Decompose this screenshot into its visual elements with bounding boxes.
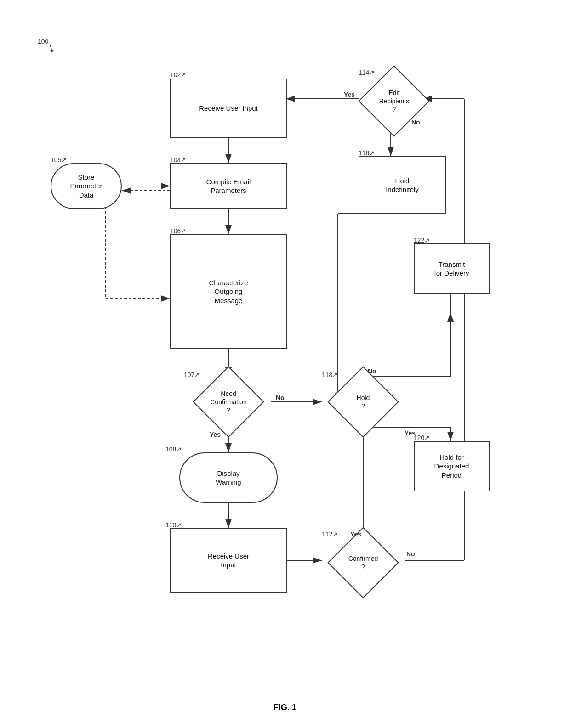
node-118: Hold? xyxy=(322,377,405,427)
node-122: Transmitfor Delivery xyxy=(414,243,490,294)
label-no-118: No xyxy=(368,367,376,375)
ref-118: 118↗ xyxy=(322,371,338,378)
node-105: StoreParameterData xyxy=(51,163,122,209)
ref-120: 120↗ xyxy=(414,434,430,441)
node-116: HoldIndefinitely xyxy=(359,156,446,214)
ref-108: 108↗ xyxy=(165,446,182,453)
node-104: Compile EmailParameters xyxy=(170,163,287,209)
ref-114: 114↗ xyxy=(359,69,375,76)
node-107: NeedConfirmation? xyxy=(193,377,264,427)
label-yes-107: Yes xyxy=(210,431,221,438)
figure-100-label: 100 xyxy=(38,38,48,45)
flowchart-diagram: 104 (dashed horizontal) --> 106 (dashed)… xyxy=(0,0,570,728)
node-102: Receive User Input xyxy=(170,79,287,138)
label-yes-114: Yes xyxy=(344,91,355,98)
fig-caption: FIG. 1 xyxy=(239,703,331,712)
label-yes-112: Yes xyxy=(350,530,361,538)
ref-102: 102↗ xyxy=(170,71,186,79)
ref-105: 105↗ xyxy=(51,156,67,164)
label-no-114: No xyxy=(411,119,420,126)
label-no-112: No xyxy=(406,550,415,558)
node-120: Hold forDesignatedPeriod xyxy=(414,441,490,491)
ref-122: 122↗ xyxy=(414,237,430,244)
ref-106: 106↗ xyxy=(170,227,186,235)
node-108: DisplayWarning xyxy=(179,452,278,503)
ref-112: 112↗ xyxy=(322,530,338,538)
ref-104: 104↗ xyxy=(170,156,186,164)
node-106: CharacterizeOutgoingMessage xyxy=(170,234,287,349)
label-yes-118: Yes xyxy=(405,429,416,437)
node-112: Confirmed? xyxy=(322,537,405,588)
label-no-107: No xyxy=(276,394,285,401)
ref-110: 110↗ xyxy=(165,521,182,529)
node-110: Receive UserInput xyxy=(170,528,287,593)
ref-107: 107↗ xyxy=(184,371,200,378)
ref-116: 116↗ xyxy=(359,149,375,157)
